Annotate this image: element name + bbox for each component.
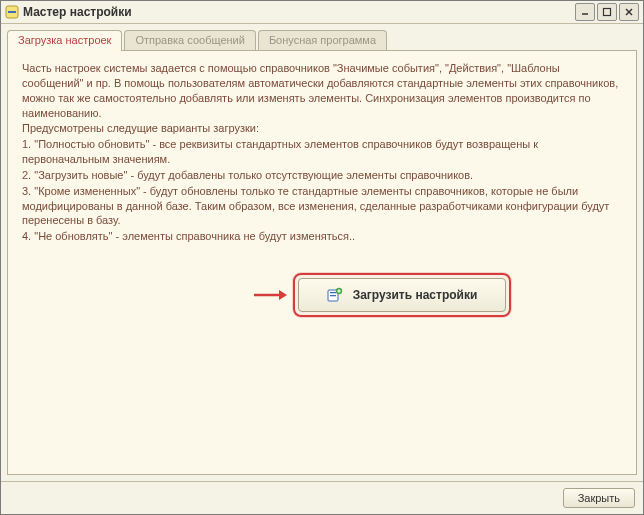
- svg-rect-1: [8, 11, 16, 13]
- info-list-item: 3. "Кроме измененных" - будут обновлены …: [22, 184, 622, 229]
- load-button-highlight: Загрузить настройки: [293, 273, 512, 317]
- window-title: Мастер настройки: [23, 5, 575, 19]
- svg-rect-9: [330, 292, 336, 293]
- close-button-label: Закрыть: [578, 492, 620, 504]
- tab-label: Загрузка настроек: [18, 34, 111, 46]
- tab-send-messages[interactable]: Отправка сообщений: [124, 30, 255, 50]
- tab-load-settings[interactable]: Загрузка настроек: [7, 30, 122, 51]
- load-settings-button[interactable]: Загрузить настройки: [298, 278, 507, 312]
- tab-label: Бонусная программа: [269, 34, 376, 46]
- info-paragraph: Часть настроек системы задается с помощь…: [22, 61, 622, 120]
- tab-label: Отправка сообщений: [135, 34, 244, 46]
- info-list-item: 1. "Полностью обновить" - все реквизиты …: [22, 137, 622, 167]
- tabpanel-load-settings: Часть настроек системы задается с помощь…: [7, 50, 637, 475]
- minimize-button[interactable]: [575, 3, 595, 21]
- window-controls: [575, 3, 639, 21]
- info-paragraph: Предусмотрены следущие варианты загрузки…: [22, 121, 622, 136]
- close-button[interactable]: Закрыть: [563, 488, 635, 508]
- titlebar: Мастер настройки: [1, 1, 643, 24]
- app-icon: [5, 5, 19, 19]
- load-button-label: Загрузить настройки: [353, 288, 478, 302]
- setup-wizard-window: Мастер настройки Загрузка настроек Отпра…: [0, 0, 644, 515]
- info-list-item: 2. "Загрузить новые" - будут добавлены т…: [22, 168, 622, 183]
- svg-marker-7: [279, 290, 287, 300]
- load-icon: [327, 287, 343, 303]
- svg-rect-10: [330, 295, 336, 296]
- tab-bonus-program[interactable]: Бонусная программа: [258, 30, 387, 50]
- load-button-area: Загрузить настройки: [142, 273, 622, 317]
- svg-rect-3: [604, 9, 611, 16]
- window-close-button[interactable]: [619, 3, 639, 21]
- footer: Закрыть: [1, 481, 643, 514]
- info-list-item: 4. "Не обновлять" - элементы справочника…: [22, 229, 622, 244]
- tabstrip: Загрузка настроек Отправка сообщений Бон…: [7, 30, 637, 50]
- maximize-button[interactable]: [597, 3, 617, 21]
- client-area: Загрузка настроек Отправка сообщений Бон…: [1, 24, 643, 481]
- arrow-right-icon: [253, 288, 287, 302]
- info-text: Часть настроек системы задается с помощь…: [22, 61, 622, 245]
